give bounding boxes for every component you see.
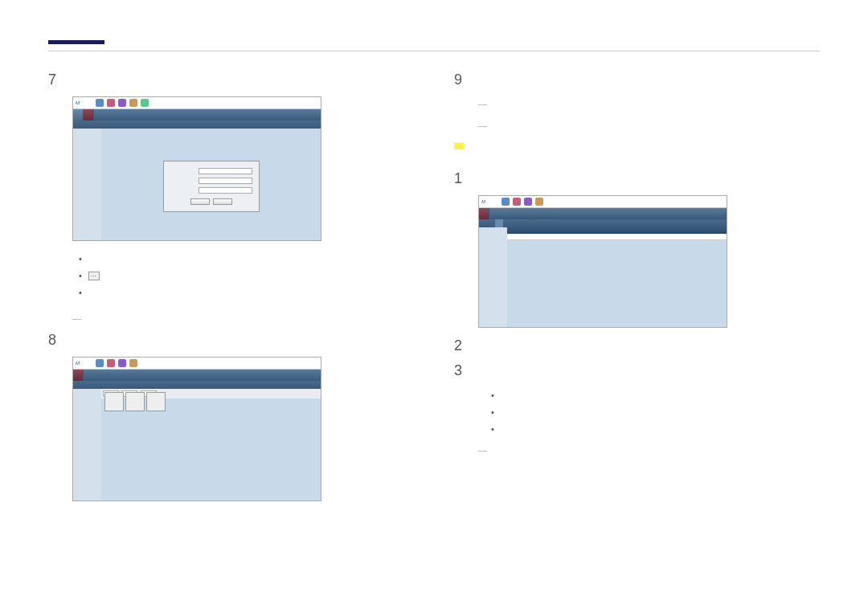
subtab[interactable] xyxy=(503,219,511,227)
ribbon-tab[interactable] xyxy=(479,208,489,219)
subtab[interactable] xyxy=(479,219,487,227)
bullet-item xyxy=(491,421,820,438)
dialog-row xyxy=(170,187,252,194)
header-icons xyxy=(502,198,543,206)
sidebar-item[interactable] xyxy=(481,229,506,232)
header-icons xyxy=(96,359,137,367)
subribbon-tab[interactable] xyxy=(73,121,81,129)
device-thumbnail[interactable] xyxy=(104,392,124,411)
grid-head-cell xyxy=(617,227,654,234)
nav-icon[interactable] xyxy=(141,99,149,107)
mi-sidebar xyxy=(73,129,101,240)
ribbon-tab[interactable] xyxy=(73,370,84,381)
subtab[interactable] xyxy=(487,219,495,227)
grid-head-cell xyxy=(690,227,727,234)
nav-icon[interactable] xyxy=(107,359,115,367)
step-number: 9 xyxy=(454,72,467,88)
mi-header: M xyxy=(73,358,321,370)
header-icons xyxy=(96,99,149,107)
sidebar-item[interactable] xyxy=(75,400,100,403)
group-picker-icon[interactable] xyxy=(88,272,100,280)
device-group-input[interactable] xyxy=(199,178,252,184)
screenshot-time-settings: M xyxy=(478,195,820,328)
header-divider xyxy=(48,51,820,51)
mi-subribbon xyxy=(73,381,321,389)
sidebar-item[interactable] xyxy=(75,137,100,140)
nav-icon[interactable] xyxy=(129,99,137,107)
grid-head-cell xyxy=(544,227,581,234)
step-3: 3 xyxy=(454,362,820,379)
mi-sidebar xyxy=(73,389,101,501)
mi-ribbon xyxy=(73,109,321,121)
grid-head-cell xyxy=(580,227,617,234)
mi-main xyxy=(101,129,321,240)
dialog-label xyxy=(170,187,199,194)
mi-sidebar xyxy=(479,227,507,327)
mi-subribbon xyxy=(479,219,727,227)
magicinfo-window: M xyxy=(72,357,321,501)
bullet-item xyxy=(79,268,414,284)
note xyxy=(72,311,414,326)
nav-icon[interactable] xyxy=(107,99,115,107)
ok-button[interactable] xyxy=(190,198,210,205)
dialog-buttons xyxy=(170,198,252,205)
nav-icon[interactable] xyxy=(535,198,543,206)
section-heading xyxy=(454,143,464,149)
mi-subribbon xyxy=(73,121,321,129)
nav-icon[interactable] xyxy=(513,198,521,206)
grid-head-cell xyxy=(653,227,690,234)
page-columns: 7 M xyxy=(48,72,820,511)
dialog-row xyxy=(170,168,252,174)
step-2: 2 xyxy=(454,337,820,354)
magicinfo-logo: M xyxy=(76,100,80,105)
bullet-list xyxy=(79,251,414,301)
step-number: 3 xyxy=(454,362,467,379)
dialog-label xyxy=(170,168,199,174)
nav-icon[interactable] xyxy=(96,359,104,367)
right-column: 9 1 M xyxy=(454,72,820,511)
mi-ribbon xyxy=(479,208,727,219)
device-thumbnail[interactable] xyxy=(125,392,145,411)
step-1: 1 xyxy=(454,170,820,187)
mi-main xyxy=(101,389,321,501)
nav-icon[interactable] xyxy=(118,99,126,107)
step-8: 8 xyxy=(48,332,414,349)
sub-bullet-list xyxy=(491,387,820,438)
nav-icon[interactable] xyxy=(502,198,510,206)
bullet-item xyxy=(79,284,414,301)
nav-icon[interactable] xyxy=(118,359,126,367)
device-grid xyxy=(101,389,321,415)
device-thumbnail[interactable] xyxy=(146,392,166,411)
step-7: 7 xyxy=(48,72,414,88)
ribbon-tab[interactable] xyxy=(84,109,94,121)
magicinfo-window: M xyxy=(478,195,727,328)
grid-header xyxy=(507,227,727,234)
bullet-item xyxy=(79,251,414,268)
magicinfo-logo: M xyxy=(76,361,80,366)
bullet-item xyxy=(491,387,820,404)
header-accent xyxy=(48,40,104,44)
nav-icon[interactable] xyxy=(524,198,532,206)
left-column: 7 M xyxy=(48,72,414,511)
cancel-button[interactable] xyxy=(213,198,232,205)
magicinfo-logo: M xyxy=(481,199,485,204)
note xyxy=(478,96,820,112)
subribbon-tab[interactable] xyxy=(81,121,89,129)
screenshot-approve-device: M xyxy=(72,96,414,241)
mi-header: M xyxy=(73,97,321,109)
note xyxy=(478,443,820,458)
step-number: 8 xyxy=(48,332,61,349)
location-input[interactable] xyxy=(199,187,252,194)
nav-icon[interactable] xyxy=(129,359,137,367)
step-number: 1 xyxy=(454,170,467,187)
ribbon-tab[interactable] xyxy=(73,109,84,121)
dialog-row xyxy=(170,178,252,184)
note xyxy=(478,118,820,133)
magicinfo-window: M xyxy=(72,96,321,241)
nav-icon[interactable] xyxy=(96,99,104,107)
mi-main xyxy=(507,227,727,327)
subtab-time[interactable] xyxy=(495,219,503,227)
grid-row[interactable] xyxy=(507,234,727,240)
device-name-input[interactable] xyxy=(199,168,252,174)
grid-head-cell xyxy=(507,227,544,234)
